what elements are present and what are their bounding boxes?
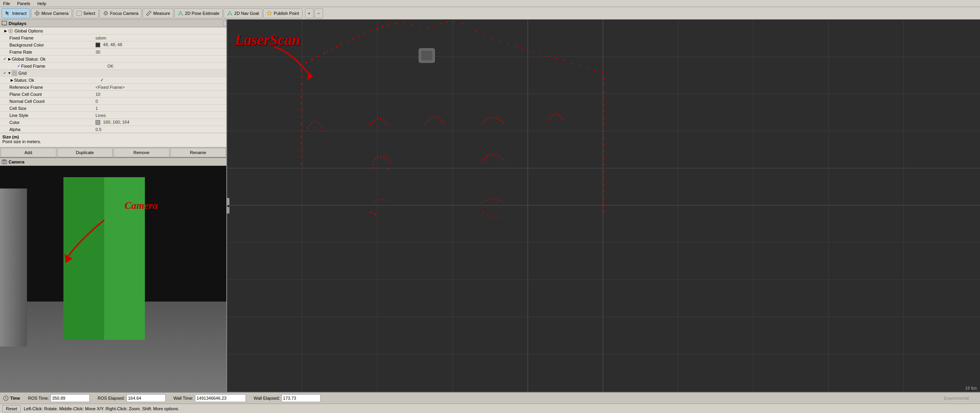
svg-rect-75 bbox=[579, 65, 580, 66]
menu-help[interactable]: Help bbox=[36, 1, 48, 6]
svg-rect-114 bbox=[603, 210, 605, 212]
rename-button[interactable]: Rename bbox=[170, 148, 226, 157]
tree-label-frame-rate: Frame Rate bbox=[9, 50, 96, 54]
ros-time-input[interactable] bbox=[51, 394, 90, 402]
menu-file[interactable]: File bbox=[2, 1, 12, 6]
tree-value-grid-color: 160; 160; 164 bbox=[96, 120, 226, 125]
svg-point-3 bbox=[105, 13, 106, 14]
time-icon bbox=[3, 395, 9, 401]
collapse-handle[interactable]: ◀ bbox=[226, 198, 229, 214]
svg-rect-123 bbox=[419, 48, 435, 63]
svg-rect-73 bbox=[564, 60, 565, 61]
move-camera-button[interactable]: Move Camera bbox=[31, 8, 72, 18]
nav-icon bbox=[227, 11, 233, 16]
expand-grid-icon[interactable]: ▼ bbox=[7, 71, 12, 75]
menubar: File Panels Help bbox=[0, 0, 980, 7]
wall-elapsed-input[interactable] bbox=[282, 394, 321, 402]
point-icon bbox=[267, 11, 272, 16]
svg-rect-92 bbox=[301, 156, 302, 158]
wall-time-input[interactable] bbox=[195, 394, 246, 402]
svg-rect-49 bbox=[395, 23, 397, 24]
tree-label-bg-color: Background Color bbox=[9, 43, 96, 47]
grid-status-check-value: ✓ bbox=[100, 77, 104, 82]
laserscan-annotation: LaserScan bbox=[235, 31, 300, 48]
svg-rect-120 bbox=[387, 169, 388, 170]
tree-row-grid-color: Color 160; 160; 164 bbox=[0, 119, 226, 126]
svg-rect-46 bbox=[376, 28, 377, 29]
tree-row-line-style: Line Style Lines bbox=[0, 112, 226, 119]
svg-rect-110 bbox=[603, 184, 605, 185]
measure-button[interactable]: Measure bbox=[143, 8, 173, 18]
svg-rect-111 bbox=[603, 190, 605, 192]
ros-elapsed-input[interactable] bbox=[126, 394, 166, 402]
wall-elapsed-label: Wall Elapsed: bbox=[254, 396, 280, 400]
svg-rect-63 bbox=[499, 41, 500, 43]
svg-rect-65 bbox=[515, 45, 516, 46]
grid-check-icon: ✓ bbox=[3, 71, 6, 75]
global-status-check-icon: ✓ bbox=[3, 57, 6, 61]
size-info: Size (m) Point size in meters. bbox=[0, 133, 226, 147]
interact-button[interactable]: Interact bbox=[2, 8, 30, 18]
tree-value-bg-color: 48; 48; 48 bbox=[96, 42, 226, 47]
svg-rect-56 bbox=[446, 22, 448, 23]
svg-rect-60 bbox=[476, 31, 477, 32]
svg-rect-47 bbox=[382, 26, 383, 27]
wall-time-label: Wall Time: bbox=[173, 396, 193, 400]
tree-label-grid: Grid bbox=[18, 71, 105, 75]
camera-header: Camera bbox=[0, 158, 226, 166]
menu-panels[interactable]: Panels bbox=[16, 1, 32, 6]
tree-value-fixed-frame-sub: OK bbox=[107, 64, 226, 68]
tree-row-normal-cell: Normal Cell Count 0 bbox=[0, 98, 226, 105]
expand-global-options-icon[interactable]: ▶ bbox=[3, 29, 8, 33]
remove-display-button[interactable]: − bbox=[314, 8, 323, 18]
svg-rect-101 bbox=[603, 124, 605, 126]
svg-rect-84 bbox=[301, 103, 302, 104]
svg-rect-93 bbox=[301, 163, 302, 164]
main-layout: Displays ▶ Global Options bbox=[0, 20, 980, 392]
displays-tree[interactable]: ▶ Global Options Fixed Frame odom bbox=[0, 27, 226, 133]
svg-rect-58 bbox=[462, 23, 463, 24]
expand-grid-status-icon[interactable]: ▶ bbox=[9, 78, 14, 82]
svg-rect-51 bbox=[411, 24, 412, 25]
tree-row-bg-color: Background Color 48; 48; 48 bbox=[0, 41, 226, 48]
displays-section: Displays ▶ Global Options bbox=[0, 20, 226, 158]
svg-rect-100 bbox=[603, 117, 605, 119]
focus-camera-button[interactable]: Focus Camera bbox=[99, 8, 142, 18]
publish-point-button[interactable]: Publish Point bbox=[263, 8, 302, 18]
add-display-button[interactable]: + bbox=[305, 8, 314, 18]
svg-rect-85 bbox=[301, 110, 302, 111]
bg-color-swatch bbox=[96, 43, 100, 47]
time-header: Time bbox=[3, 395, 20, 401]
svg-rect-94 bbox=[603, 77, 605, 79]
tree-row-fixed-frame-sub: ✓ Fixed Frame OK bbox=[0, 63, 226, 70]
camera-section-icon bbox=[2, 159, 7, 165]
duplicate-button[interactable]: Duplicate bbox=[57, 148, 113, 157]
svg-rect-99 bbox=[603, 111, 605, 112]
svg-rect-67 bbox=[522, 48, 523, 49]
cursor-icon bbox=[5, 11, 11, 16]
tree-value-cell-size: 1 bbox=[96, 106, 226, 111]
3d-view-panel[interactable]: LaserScan 16 fps bbox=[227, 20, 980, 392]
tree-row-global-options[interactable]: ▶ Global Options bbox=[0, 27, 226, 34]
grid-color-swatch bbox=[96, 120, 100, 125]
add-button[interactable]: Add bbox=[0, 148, 56, 157]
tree-value-alpha: 0.5 bbox=[96, 127, 226, 132]
reset-button[interactable]: Reset bbox=[2, 405, 21, 412]
tree-row-global-status[interactable]: ✓ ▶ Global Status: Ok bbox=[0, 56, 226, 63]
camera-view[interactable]: Camera bbox=[0, 166, 226, 392]
tree-label-line-style: Line Style bbox=[9, 113, 96, 118]
svg-rect-61 bbox=[484, 34, 485, 36]
ros-elapsed-label: ROS Elapsed: bbox=[97, 396, 125, 400]
tree-value-ref-frame: <Fixed Frame> bbox=[96, 85, 226, 90]
remove-button[interactable]: Remove bbox=[114, 148, 170, 157]
select-button[interactable]: Select bbox=[73, 8, 99, 18]
tree-row-frame-rate: Frame Rate 30 bbox=[0, 48, 226, 56]
svg-rect-66 bbox=[518, 46, 519, 47]
tree-row-grid[interactable]: ✓ ▼ Grid bbox=[0, 70, 226, 77]
tree-label-plane-cell: Plane Cell Count bbox=[9, 92, 96, 97]
2d-nav-button[interactable]: 2D Nav Goal bbox=[224, 8, 262, 18]
2d-pose-button[interactable]: 2D Pose Estimate bbox=[174, 8, 223, 18]
fps-display: 16 fps bbox=[965, 386, 977, 390]
tree-value-grid-status: ✓ bbox=[100, 77, 226, 83]
expand-global-status-icon[interactable]: ▶ bbox=[7, 57, 12, 61]
